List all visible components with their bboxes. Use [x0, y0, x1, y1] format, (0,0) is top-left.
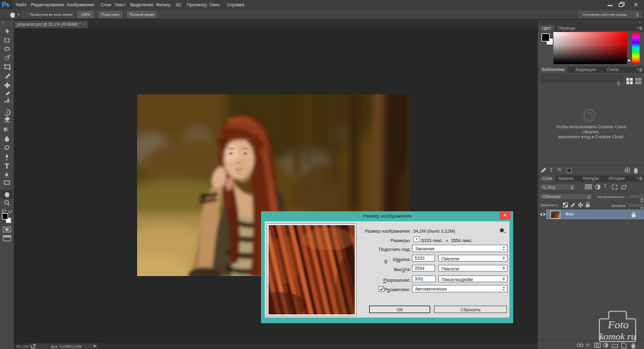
svg-text:Foto: Foto	[607, 318, 628, 331]
svg-text:komok.ru: komok.ru	[599, 331, 636, 341]
